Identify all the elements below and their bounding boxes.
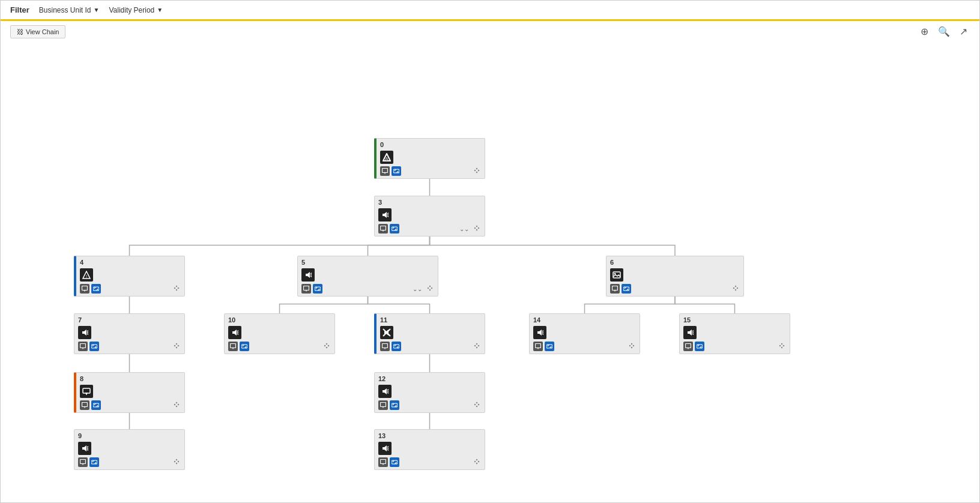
link-small-icon [89, 457, 99, 467]
svg-line-116 [387, 393, 389, 393]
view-chain-button[interactable]: ⛓ View Chain [10, 25, 65, 38]
validity-period-filter[interactable]: Validity Period ▼ [109, 6, 163, 14]
node-8[interactable]: 8 [74, 372, 185, 413]
svg-point-36 [428, 288, 429, 289]
node-menu-icon[interactable] [473, 342, 481, 351]
svg-point-28 [178, 288, 179, 289]
zoom-fit-button[interactable]: ⊕ [918, 25, 931, 38]
link-small-icon [390, 457, 399, 467]
link-small-icon [545, 342, 554, 351]
svg-point-46 [735, 286, 736, 287]
node-menu-icon[interactable] [731, 284, 740, 294]
node-14[interactable]: 14 [529, 313, 640, 354]
svg-point-121 [476, 402, 477, 403]
node-12[interactable]: 12 [374, 372, 485, 413]
node-label-13: 13 [378, 432, 481, 439]
svg-rect-128 [80, 460, 86, 464]
business-unit-filter[interactable]: Business Unit Id ▼ [39, 6, 100, 14]
node-menu-icon[interactable] [172, 457, 181, 467]
node-3[interactable]: 3⌄⌄ [374, 196, 485, 236]
svg-text:A: A [385, 156, 389, 161]
node-13[interactable]: 13 [374, 429, 485, 470]
node-menu-icon[interactable] [473, 457, 481, 467]
svg-line-95 [692, 334, 694, 334]
svg-marker-124 [82, 445, 86, 451]
node-menu-icon[interactable] [778, 342, 786, 351]
node-0[interactable]: 0A [374, 138, 485, 179]
node-bottom-row [378, 400, 481, 410]
svg-point-26 [176, 286, 177, 287]
monitor-icon [80, 385, 93, 398]
expand-icon[interactable]: ⌄⌄ [459, 226, 469, 232]
svg-point-16 [474, 227, 476, 229]
node-icon-row [80, 385, 181, 398]
node-menu-icon[interactable] [172, 284, 181, 294]
svg-point-144 [476, 463, 477, 464]
svg-rect-64 [231, 344, 236, 348]
node-bottom-row [610, 284, 740, 294]
node-menu-icon[interactable] [473, 400, 481, 410]
monitor-small-icon [533, 342, 543, 351]
node-icon-row [78, 326, 181, 339]
svg-point-17 [476, 226, 477, 227]
svg-point-39 [431, 288, 432, 289]
node-label-4: 4 [80, 259, 181, 266]
node-7[interactable]: 7 [74, 313, 185, 354]
svg-point-6 [476, 168, 477, 169]
node-menu-icon[interactable] [628, 342, 636, 351]
node-4[interactable]: 4! [74, 256, 185, 297]
node-bottom-row [378, 457, 481, 467]
svg-point-79 [476, 347, 477, 348]
view-chain-label: View Chain [26, 28, 59, 35]
megaphone-icon [533, 326, 546, 339]
svg-rect-117 [381, 403, 386, 407]
toolbar-right: ⊕ 🔍 ↗ [918, 25, 970, 38]
monitor-small-icon [78, 457, 88, 467]
link-small-icon [390, 224, 399, 233]
megaphone-icon [683, 326, 697, 339]
node-15[interactable]: 15 [679, 313, 790, 354]
svg-point-56 [174, 345, 175, 346]
node-9[interactable]: 9 [74, 429, 185, 470]
svg-point-120 [474, 404, 476, 405]
svg-point-45 [733, 288, 734, 289]
tree-container: 0A3⌄⌄4!5⌄⌄6710111415812913 [1, 42, 973, 502]
export-button[interactable]: ↗ [957, 25, 970, 38]
svg-point-111 [176, 406, 177, 407]
svg-point-101 [781, 347, 782, 348]
node-menu-icon[interactable] [172, 400, 181, 410]
svg-rect-139 [381, 460, 386, 464]
svg-rect-33 [304, 286, 309, 291]
monitor-small-icon [610, 284, 620, 294]
zoom-out-button[interactable]: 🔍 [936, 25, 952, 38]
node-menu-icon[interactable] [473, 166, 481, 176]
node-label-0: 0 [380, 141, 481, 148]
node-menu-icon[interactable] [322, 342, 331, 351]
node-icon-row [610, 268, 740, 282]
node-10[interactable]: 10 [224, 313, 335, 354]
svg-line-50 [87, 331, 88, 331]
svg-point-5 [474, 170, 476, 171]
node-menu-icon[interactable] [473, 224, 481, 233]
node-11[interactable]: 11 [374, 313, 485, 354]
node-icon-row [378, 442, 481, 455]
svg-point-68 [326, 343, 327, 345]
svg-point-47 [735, 289, 736, 291]
svg-point-57 [176, 343, 177, 345]
link-small-icon [91, 400, 101, 410]
node-menu-icon[interactable] [172, 342, 181, 351]
node-menu-icon[interactable] [426, 284, 434, 294]
svg-marker-29 [306, 272, 310, 278]
node-bottom-row [380, 342, 481, 351]
chain-icon: ⛓ [17, 28, 23, 35]
expand-icon[interactable]: ⌄⌄ [413, 286, 422, 292]
node-5[interactable]: 5⌄⌄ [297, 256, 438, 297]
node-label-7: 7 [78, 316, 181, 324]
node-6[interactable]: 6 [606, 256, 744, 297]
svg-rect-103 [83, 388, 90, 393]
svg-point-80 [478, 345, 479, 346]
node-icon-row [228, 326, 331, 339]
validity-period-label: Validity Period [109, 6, 154, 14]
monitor-small-icon [378, 457, 388, 467]
svg-rect-85 [536, 344, 541, 348]
